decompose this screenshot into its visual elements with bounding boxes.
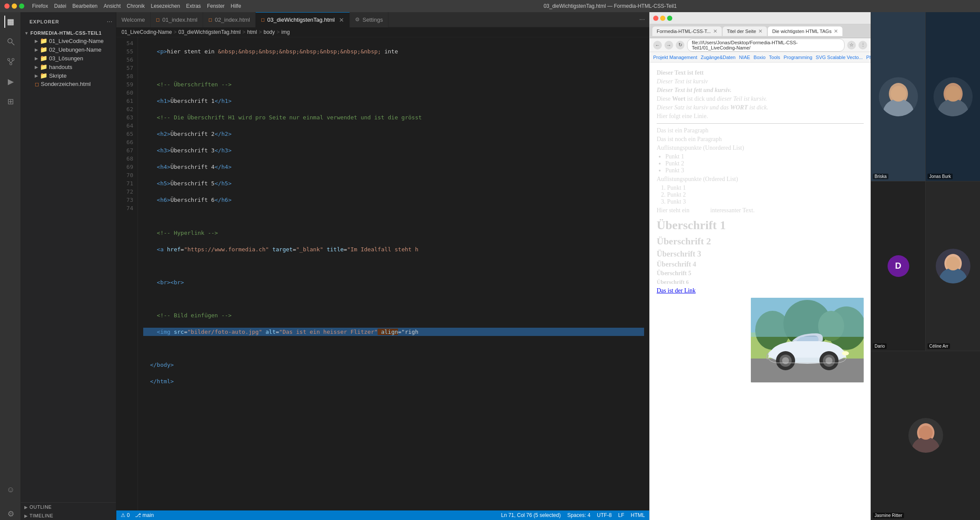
sidebar-item-01-livecoding[interactable]: ▶ 📁 01_LiveCoding-Name (21, 36, 116, 45)
folder-icon-sk: 📁 (40, 72, 47, 79)
menu-firefox[interactable]: Firefox (32, 3, 48, 9)
breadcrumb-file[interactable]: 03_dieWichtigstenTag.html (178, 29, 240, 35)
tab-welcome[interactable]: Welcome (116, 12, 151, 27)
breadcrumb: 01_LiveCoding-Name > 03_dieWichtigstenTa… (116, 27, 649, 37)
browser-refresh[interactable]: ↻ (676, 41, 684, 49)
ul-item-2: Punkt 2 (665, 160, 864, 167)
extensions-activity-icon[interactable]: ⊞ (4, 95, 16, 108)
menu-bearbeiten[interactable]: Bearbeiten (72, 3, 98, 9)
code-line-71: <img src="bilder/foto-auto.jpg" alt="Das… (143, 328, 644, 336)
browser-menu[interactable]: ⋮ (858, 41, 867, 49)
tab-text: Hier steht ein interessanter Text. (657, 207, 864, 214)
breadcrumb-body[interactable]: body (263, 29, 275, 35)
search-activity-icon[interactable] (4, 36, 16, 48)
outline-panel[interactable]: ▶ OUTLINE (21, 503, 116, 511)
code-content[interactable]: <p>hier stent ein &nbsp;&nbsp;&nbsp;&nbs… (138, 37, 649, 510)
browser-bookmark-star[interactable]: ☆ (847, 41, 856, 49)
maximize-button[interactable] (19, 3, 24, 9)
menu-fenster[interactable]: Fenster (207, 3, 225, 9)
menu-lesezeichen[interactable]: Lesezeichen (151, 3, 180, 9)
timeline-panel[interactable]: ▶ TIMELINE (21, 511, 116, 520)
browser-link[interactable]: Das ist der Link (657, 287, 696, 294)
account-icon[interactable]: ☺ (4, 484, 16, 496)
status-branch[interactable]: ⎇ main (135, 512, 154, 518)
sidebar-item-handouts[interactable]: ▶ 📁 handouts (21, 63, 116, 71)
sidebar-item-02-uebungen[interactable]: ▶ 📁 02_Uebungen-Name (21, 45, 116, 54)
svg-line-6 (11, 61, 13, 63)
code-line-62: <h5>Überschrift 5</h5> (143, 179, 644, 188)
tab-02-index[interactable]: ◻ 02_index.html (203, 12, 256, 27)
heading-4: Überschrift 4 (657, 260, 864, 268)
status-encoding[interactable]: UTF-8 (597, 512, 612, 518)
close-button[interactable] (4, 3, 10, 9)
breadcrumb-livecoding[interactable]: 01_LiveCoding-Name (122, 29, 172, 35)
browser-back[interactable]: ← (653, 41, 662, 49)
browser-tab-titel[interactable]: Titel der Seite ✕ (723, 26, 767, 36)
text-fett: Dieser Text ist fett (657, 69, 864, 76)
status-errors[interactable]: ⚠ 0 (121, 512, 130, 518)
tabs-overflow[interactable]: ··· (635, 16, 649, 23)
window-title: 03_dieWichtigstenTag.html — Formedia-HTM… (245, 3, 976, 9)
menu-bar[interactable]: Firefox Datei Bearbeiten Ansicht Chronik… (32, 3, 241, 9)
jasmine-avatar (908, 418, 943, 453)
browser-minimize[interactable] (660, 16, 665, 21)
bookmark-niae[interactable]: NIAE (739, 55, 750, 60)
bookmark-programming[interactable]: Programming (784, 55, 812, 60)
menu-datei[interactable]: Datei (54, 3, 66, 9)
menu-extras[interactable]: Extras (186, 3, 201, 9)
sidebar-project-root[interactable]: ▼ FORMEDIA-HTML-CSS-TEIL1 (21, 30, 116, 36)
code-line-56: <!-- Überschriften --> (143, 80, 644, 89)
browser-tab-wichtigsten[interactable]: Die wichtigsten HTML TAGs ✕ (768, 26, 842, 36)
status-language[interactable]: HTML (631, 512, 645, 518)
bookmark-phil[interactable]: Phil Arber - Filmpro... (866, 55, 871, 60)
svg-point-28 (945, 86, 961, 102)
browser-maximize[interactable] (667, 16, 672, 21)
bookmark-zugaenge[interactable]: Zugänge&Daten (701, 55, 736, 60)
tab-01-index-label: 01_index.html (162, 16, 197, 23)
tab-01-index[interactable]: ◻ 01_index.html (151, 12, 203, 27)
chevron-down-icon: ▼ (24, 31, 29, 36)
browser-tab-formedia-close[interactable]: ✕ (713, 28, 717, 34)
menu-hilfe[interactable]: Hilfe (231, 3, 241, 9)
run-activity-icon[interactable]: ▶ (4, 76, 16, 88)
menu-chronik[interactable]: Chronik (127, 3, 145, 9)
tab-02-index-label: 02_index.html (215, 16, 250, 23)
breadcrumb-img[interactable]: img (281, 29, 289, 35)
bookmark-tools[interactable]: Tools (769, 55, 780, 60)
status-position[interactable]: Ln 71, Col 76 (5 selected) (501, 512, 561, 518)
code-editor[interactable]: 54 55 56 57 58 59 60 61 62 63 64 65 66 6… (116, 37, 649, 510)
status-spaces[interactable]: Spaces: 4 (567, 512, 590, 518)
tab-03-close[interactable]: ✕ (339, 16, 344, 23)
traffic-lights[interactable] (4, 3, 24, 9)
tab-settings[interactable]: ⚙ Settings (350, 12, 388, 27)
browser-close[interactable] (653, 16, 658, 21)
video-panel: Briska Jonas Burk D Dario Céline Arr (871, 12, 980, 520)
menu-ansicht[interactable]: Ansicht (104, 3, 121, 9)
briska-avatar (879, 77, 918, 116)
svg-point-25 (891, 86, 906, 102)
browser-tab-formedia[interactable]: Formedia-HTML-CSS-T... ✕ (652, 26, 722, 36)
ol-item-2: Punkt 2 (667, 191, 864, 198)
sidebar-item-sonderzeichen[interactable]: ◻ Sonderzeichen.html (21, 80, 116, 88)
breadcrumb-html[interactable]: html (247, 29, 257, 35)
bookmark-svg[interactable]: SVG Scalable Vecto... (816, 55, 863, 60)
bookmark-boxio[interactable]: Boxio (753, 55, 766, 60)
tab-03-wichtigsten[interactable]: ◻ 03_dieWichtigstenTag.html ✕ (256, 12, 350, 27)
sidebar-more[interactable]: ··· (107, 18, 112, 26)
browser-forward[interactable]: → (664, 41, 673, 49)
explorer-activity-icon[interactable]: ▦ (4, 16, 16, 28)
sidebar-item-03-loesungen[interactable]: ▶ 📁 03_Lösungen (21, 54, 116, 63)
source-control-activity-icon[interactable] (4, 56, 16, 68)
chevron-right-icon-02: ▶ (35, 47, 38, 52)
browser-url-bar[interactable]: file:///Users/Jonas/Desktop/Formedia-HTM… (687, 39, 845, 52)
svg-point-4 (10, 63, 12, 65)
status-line-ending[interactable]: LF (618, 512, 624, 518)
settings-activity-icon[interactable]: ⚙ (4, 508, 16, 520)
bookmark-projekt[interactable]: Projekt Management (653, 55, 697, 60)
sidebar-item-skripte[interactable]: ▶ 📁 Skripte (21, 71, 116, 80)
browser-tab-titel-close[interactable]: ✕ (758, 28, 763, 34)
browser-traffic-lights[interactable] (653, 16, 672, 21)
minimize-button[interactable] (12, 3, 17, 9)
browser-tab-wichtigsten-close[interactable]: ✕ (834, 28, 838, 34)
code-line-69 (143, 295, 644, 303)
